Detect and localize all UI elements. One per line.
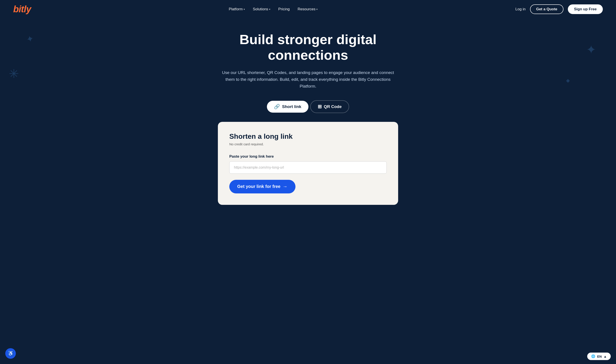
deco-asterisk-left-icon: ✳ (9, 67, 19, 81)
tab-qr-code-label: QR Code (324, 104, 342, 109)
card-subtitle: No credit card required. (229, 142, 387, 146)
globe-icon: 🌐 (591, 354, 595, 358)
get-link-label: Get your link for free (237, 184, 280, 189)
tab-group: 🔗 Short link ⊞ QR Code (4, 100, 612, 113)
language-chevron-icon: ▲ (603, 355, 607, 358)
nav-link-solutions[interactable]: Solutions ▾ (253, 7, 270, 12)
nav-item-platform[interactable]: Platform ▾ (229, 7, 245, 12)
accessibility-button[interactable]: ♿ (5, 348, 16, 359)
chain-link-icon: 🔗 (274, 104, 280, 110)
language-selector[interactable]: 🌐 EN ▲ (587, 352, 611, 360)
tab-qr-code[interactable]: ⊞ QR Code (310, 100, 349, 113)
hero-title: Build stronger digital connections (209, 32, 407, 63)
deco-dot-right-icon: ◆ (566, 78, 570, 83)
solutions-chevron-icon: ▾ (269, 8, 270, 11)
nav-item-pricing[interactable]: Pricing (278, 7, 290, 12)
tab-short-link-label: Short link (282, 104, 301, 109)
resources-chevron-icon: ▾ (316, 8, 318, 11)
get-link-button[interactable]: Get your link for free → (229, 180, 295, 194)
nav-item-resources[interactable]: Resources ▾ (298, 7, 318, 12)
hero-section: ✦ ✳ ✦ ◆ Build stronger digital connectio… (0, 18, 616, 216)
tab-short-link[interactable]: 🔗 Short link (267, 101, 308, 113)
nav-actions: Log in Get a Quote Sign up Free (515, 4, 603, 14)
arrow-right-icon: → (283, 184, 288, 189)
logo[interactable]: bitly (13, 4, 31, 14)
nav-links: Platform ▾ Solutions ▾ Pricing Resources… (229, 7, 318, 12)
url-input-label: Paste your long link here (229, 154, 387, 159)
nav-link-pricing[interactable]: Pricing (278, 7, 290, 12)
nav-link-resources[interactable]: Resources ▾ (298, 7, 318, 12)
shorten-card: Shorten a long link No credit card requi… (218, 122, 398, 205)
nav-item-solutions[interactable]: Solutions ▾ (253, 7, 270, 12)
qr-icon: ⊞ (318, 104, 322, 110)
platform-chevron-icon: ▾ (244, 8, 245, 11)
login-button[interactable]: Log in (515, 7, 525, 12)
main-nav: bitly Platform ▾ Solutions ▾ Pricing Res… (0, 0, 616, 18)
card-title: Shorten a long link (229, 132, 387, 141)
language-label: EN (597, 355, 602, 358)
deco-star-topright-icon: ✦ (586, 43, 596, 57)
signup-button[interactable]: Sign up Free (568, 4, 603, 14)
deco-star-topleft-icon: ✦ (25, 33, 35, 45)
accessibility-icon: ♿ (8, 351, 14, 356)
hero-subtitle: Use our URL shortener, QR Codes, and lan… (218, 69, 398, 90)
nav-link-platform[interactable]: Platform ▾ (229, 7, 245, 12)
url-input[interactable] (229, 161, 387, 174)
get-quote-button[interactable]: Get a Quote (530, 4, 563, 14)
